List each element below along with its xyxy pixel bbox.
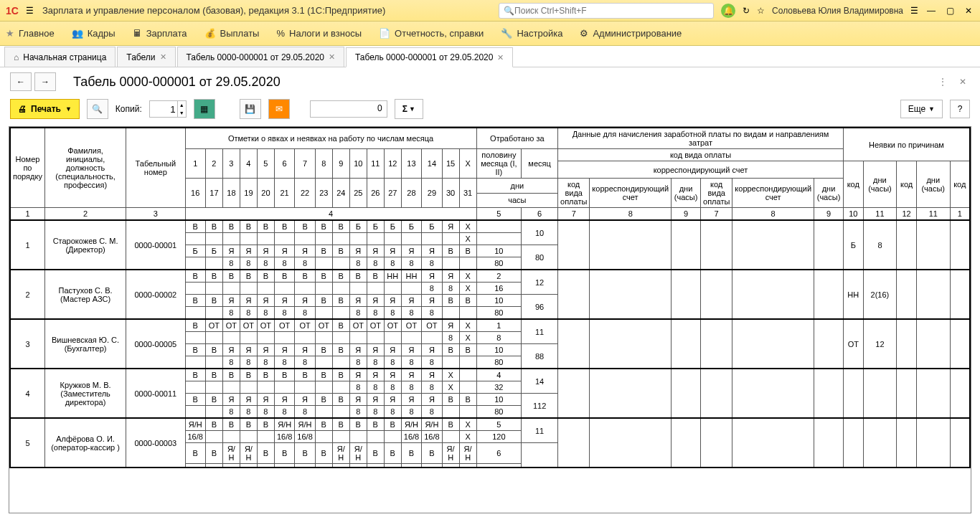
menu-kadry[interactable]: 👥Кадры [72,28,116,39]
search-input[interactable] [514,6,709,16]
tab-bar: ⌂Начальная страница Табели✕ Табель 0000-… [0,46,980,67]
spin-down[interactable]: ▼ [177,109,186,117]
history-icon[interactable]: ↻ [743,6,750,16]
menu-nastr[interactable]: 🔧Настройка [501,28,562,39]
wrench-icon: 🔧 [501,28,512,39]
tab-doc1-label: Табель 0000-000001 от 29.05.2020 [187,52,324,62]
close-icon[interactable]: ✕ [497,53,504,62]
user-name: Соловьева Юлия Владимировна [772,6,903,16]
tab-tabeli[interactable]: Табели✕ [117,47,175,67]
star-icon: ★ [6,28,14,39]
app-logo: 1C [6,5,19,16]
title-bar: 1C ☰ Зарплата и управление персоналом (б… [0,0,980,22]
page-title: Табель 0000-000001 от 29.05.2020 [73,75,936,90]
bell-icon[interactable]: 🔔 [721,4,735,18]
tab-doc2-label: Табель 0000-000001 от 29.05.2020 [355,52,493,62]
tab-tabeli-label: Табели [126,52,155,62]
money-icon: 💰 [204,28,216,39]
menu-nastr-label: Настройка [517,28,562,39]
percent-icon: % [276,28,285,39]
close-icon[interactable]: ✕ [963,5,974,16]
page-header: ← → Табель 0000-000001 от 29.05.2020 ⋮ ✕ [0,67,980,96]
gear-icon: ⚙ [580,28,588,39]
hamburger-icon[interactable]: ☰ [26,6,34,16]
menu-kadry-label: Кадры [88,28,116,39]
menu-zarplata[interactable]: 🖩Зарплата [133,28,187,39]
search-icon: 🔍 [504,6,514,16]
menu-vyplaty[interactable]: 💰Выплаты [204,28,260,39]
more-label: Еще [908,104,925,114]
search-box[interactable]: 🔍 [499,3,714,19]
toolbar: 🖨 Печать ▼ 🔍 Копий: ▲▼ ▦ 💾 ✉ 0 Σ▼ Еще▼ ? [0,96,980,122]
menu-vyplaty-label: Выплаты [220,28,260,39]
main-menu: ★Главное 👥Кадры 🖩Зарплата 💰Выплаты %Нало… [0,22,980,46]
tab-start-label: Начальная страница [23,52,106,62]
close-icon[interactable]: ✕ [160,52,166,62]
print-button[interactable]: 🖨 Печать ▼ [10,99,80,119]
star-icon[interactable]: ☆ [757,6,765,16]
help-button[interactable]: ? [950,100,970,118]
close-icon[interactable]: ✕ [329,52,335,62]
calculator-icon: 🖩 [133,28,142,39]
maximize-icon[interactable]: ▢ [944,5,956,16]
more-button[interactable]: Еще▼ [900,100,943,118]
menu-otchet-label: Отчетность, справки [395,28,484,39]
spin-up[interactable]: ▲ [177,101,186,109]
sum-button[interactable]: Σ▼ [395,99,423,119]
menu-zarplata-label: Зарплата [146,28,187,39]
save-button[interactable]: 💾 [240,99,261,119]
tab-doc1[interactable]: Табель 0000-000001 от 29.05.2020✕ [177,47,344,67]
document-icon: 📄 [379,28,390,39]
tab-doc2[interactable]: Табель 0000-000001 от 29.05.2020✕ [346,47,513,67]
menu-nalogi[interactable]: %Налоги и взносы [276,28,362,39]
more-icon[interactable]: ⋮ [936,75,950,89]
chevron-down-icon: ▼ [65,105,72,113]
zero-field[interactable]: 0 [310,100,387,118]
printer-icon: 🖨 [18,104,27,114]
minimize-icon[interactable]: — [925,5,937,16]
menu-home-label: Главное [19,28,55,39]
filter-icon[interactable]: ☰ [910,6,918,16]
menu-home[interactable]: ★Главное [6,28,55,39]
copies-label: Копий: [116,104,142,114]
menu-admin[interactable]: ⚙Администрирование [580,28,682,39]
home-icon: ⌂ [14,52,19,62]
tab-start[interactable]: ⌂Начальная страница [4,47,116,67]
nav-forward-button[interactable]: → [34,72,56,91]
people-icon: 👥 [72,28,83,39]
grid-button[interactable]: ▦ [194,99,215,119]
print-label: Печать [31,104,61,114]
preview-button[interactable]: 🔍 [87,99,108,119]
mail-button[interactable]: ✉ [268,99,290,119]
menu-admin-label: Администрирование [593,28,682,39]
menu-nalogi-label: Налоги и взносы [289,28,362,39]
menu-otchet[interactable]: 📄Отчетность, справки [379,28,484,39]
nav-back-button[interactable]: ← [10,72,32,91]
app-title: Зарплата и управление персоналом (базова… [42,5,499,16]
close-icon[interactable]: ✕ [956,75,970,89]
